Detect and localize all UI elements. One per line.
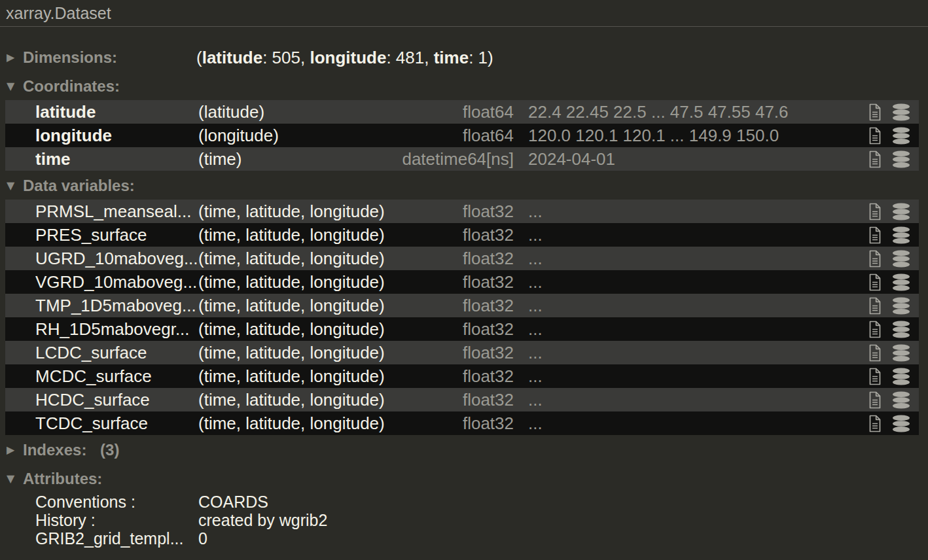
variable-dtype: float32	[389, 272, 514, 292]
variable-dims: (time, latitude, longitude)	[198, 366, 389, 387]
variable-dtype: float32	[389, 390, 514, 410]
coordinates-list: latitude (latitude) float64 22.4 22.45 2…	[5, 100, 919, 171]
attribute-value: 0	[198, 529, 928, 548]
variable-preview: ...	[514, 249, 868, 269]
attribute-key: GRIB2_grid_templ...	[35, 529, 198, 548]
variable-name: PRMSL_meanseal...	[35, 201, 198, 222]
variable-name: time	[35, 149, 198, 169]
attribute-row: Conventions : COARDS	[5, 493, 928, 511]
variable-dims: (time, latitude, longitude)	[198, 249, 389, 269]
document-icon[interactable]	[868, 344, 883, 362]
section-indexes-header[interactable]: ▶ Indexes: (3)	[0, 440, 928, 460]
document-icon[interactable]	[868, 127, 883, 145]
variable-preview: ...	[514, 296, 868, 316]
variable-preview: ...	[514, 390, 868, 410]
section-coordinates-label: Coordinates:	[23, 77, 120, 95]
database-icon[interactable]	[891, 297, 911, 315]
database-icon[interactable]	[891, 250, 911, 268]
variable-dtype: float32	[389, 343, 514, 363]
database-icon[interactable]	[891, 344, 911, 362]
attribute-value: created by wgrib2	[198, 511, 928, 529]
variable-dtype: float32	[389, 249, 514, 269]
data-variable-row: VGRD_10maboveg... (time, latitude, longi…	[5, 270, 919, 294]
attribute-row: History : created by wgrib2	[5, 511, 928, 529]
document-icon[interactable]	[868, 273, 883, 291]
coordinate-row: latitude (latitude) float64 22.4 22.45 2…	[5, 100, 919, 124]
document-icon[interactable]	[868, 103, 883, 121]
data-variable-row: HCDC_surface (time, latitude, longitude)…	[5, 388, 919, 411]
variable-preview: 120.0 120.1 120.1 ... 149.9 150.0	[514, 126, 868, 146]
variable-name: PRES_surface	[35, 225, 198, 245]
document-icon[interactable]	[868, 415, 883, 432]
database-icon[interactable]	[891, 203, 911, 220]
chevron-right-icon: ▶	[7, 48, 14, 67]
variable-name: UGRD_10maboveg...	[35, 249, 198, 269]
document-icon[interactable]	[868, 226, 883, 244]
document-icon[interactable]	[868, 368, 883, 385]
document-icon[interactable]	[868, 150, 883, 168]
variable-preview: ...	[514, 413, 868, 434]
attribute-row: GRIB2_grid_templ... 0	[5, 529, 928, 548]
database-icon[interactable]	[891, 150, 911, 168]
document-icon[interactable]	[868, 391, 883, 409]
variable-dims: (time, latitude, longitude)	[198, 343, 389, 363]
variable-preview: 2024-04-01	[514, 149, 868, 169]
section-indexes-label: Indexes:	[23, 441, 86, 459]
dataset-header: xarray.Dataset	[0, 0, 928, 27]
variable-name: TCDC_surface	[35, 413, 198, 434]
coordinate-row: time (time) datetime64[ns] 2024-04-01	[5, 147, 919, 171]
section-dimensions-label: Dimensions:	[23, 48, 117, 66]
document-icon[interactable]	[868, 203, 883, 220]
variable-preview: ...	[514, 343, 868, 363]
variable-dims: (time, latitude, longitude)	[198, 225, 389, 245]
database-icon[interactable]	[891, 368, 911, 385]
chevron-down-icon: ▼	[7, 469, 14, 489]
variable-preview: ...	[514, 366, 868, 387]
variable-preview: ...	[514, 225, 868, 245]
variable-dims: (longitude)	[198, 126, 389, 146]
section-data-variables-label: Data variables:	[23, 177, 135, 194]
variable-dims: (time, latitude, longitude)	[198, 413, 389, 434]
section-attributes-header[interactable]: ▼ Attributes:	[0, 469, 928, 489]
variable-dims: (time, latitude, longitude)	[198, 296, 389, 316]
variable-preview: 22.4 22.45 22.5 ... 47.5 47.55 47.6	[514, 102, 868, 122]
section-attributes-label: Attributes:	[23, 470, 102, 487]
variable-dims: (time, latitude, longitude)	[198, 390, 389, 410]
variable-name: VGRD_10maboveg...	[35, 272, 198, 292]
data-variable-row: MCDC_surface (time, latitude, longitude)…	[5, 364, 919, 388]
attributes-list: Conventions : COARDS History : created b…	[5, 493, 928, 548]
attribute-key: Conventions :	[35, 493, 198, 511]
section-dimensions-header[interactable]: ▶ Dimensions: (latitude: 505, longitude:…	[0, 48, 928, 67]
database-icon[interactable]	[891, 226, 911, 244]
variable-dims: (time, latitude, longitude)	[198, 272, 389, 292]
variable-name: MCDC_surface	[35, 366, 198, 387]
dimensions-summary: (latitude: 505, longitude: 481, time: 1)	[196, 48, 493, 67]
variable-name: RH_1D5mabovegr...	[35, 319, 198, 340]
variable-dtype: float64	[389, 102, 514, 122]
document-icon[interactable]	[868, 321, 883, 338]
data-variables-list: PRMSL_meanseal... (time, latitude, longi…	[5, 200, 919, 435]
database-icon[interactable]	[891, 273, 911, 291]
variable-dtype: float32	[389, 413, 514, 434]
chevron-right-icon: ▶	[7, 440, 14, 460]
database-icon[interactable]	[891, 103, 911, 121]
database-icon[interactable]	[891, 391, 911, 409]
data-variable-row: LCDC_surface (time, latitude, longitude)…	[5, 341, 919, 364]
variable-name: LCDC_surface	[35, 343, 198, 363]
data-variable-row: PRES_surface (time, latitude, longitude)…	[5, 223, 919, 247]
variable-dtype: float32	[389, 319, 514, 340]
database-icon[interactable]	[891, 321, 911, 338]
variable-name: TMP_1D5maboveg...	[35, 296, 198, 316]
data-variable-row: PRMSL_meanseal... (time, latitude, longi…	[5, 200, 919, 223]
document-icon[interactable]	[868, 297, 883, 315]
data-variable-row: RH_1D5mabovegr... (time, latitude, longi…	[5, 317, 919, 341]
variable-dtype: float32	[389, 225, 514, 245]
coordinate-row: longitude (longitude) float64 120.0 120.…	[5, 124, 919, 147]
database-icon[interactable]	[891, 415, 911, 432]
variable-name: HCDC_surface	[35, 390, 198, 410]
database-icon[interactable]	[891, 127, 911, 145]
variable-dims: (latitude)	[198, 102, 389, 122]
section-coordinates-header[interactable]: ▼ Coordinates:	[0, 77, 928, 96]
document-icon[interactable]	[868, 250, 883, 268]
section-data-variables-header[interactable]: ▼ Data variables:	[0, 176, 928, 196]
